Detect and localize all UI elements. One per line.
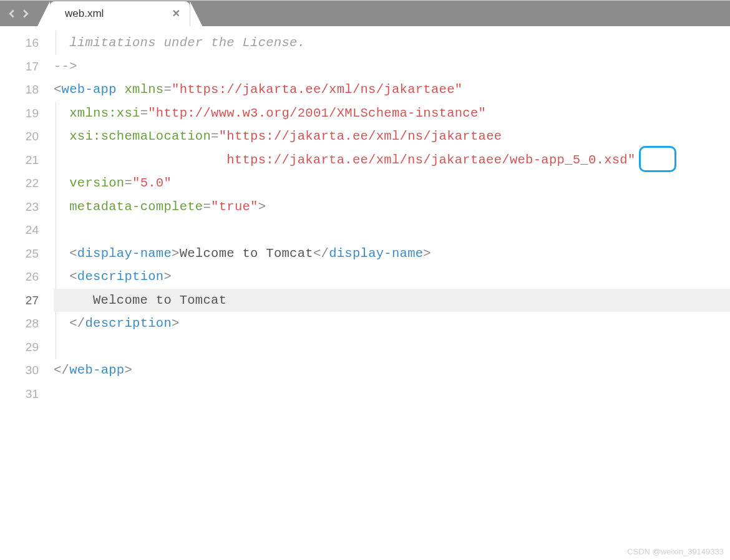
code-line: version="5.0"	[54, 171, 730, 195]
attr-value: .xsd	[596, 153, 628, 167]
line-number: 29	[0, 336, 54, 359]
code-line: <display-name>Welcome to Tomcat</display…	[54, 242, 730, 266]
tag-display-name-close: display-name	[329, 246, 423, 261]
tag-description: description	[77, 269, 164, 284]
code-line: limitations under the License.	[54, 31, 730, 55]
code-line: </web-app>	[54, 359, 730, 382]
display-name-text: Welcome to Tomcat	[180, 246, 313, 261]
line-number: 24	[0, 218, 54, 242]
attr-value-highlighted: _5_0	[565, 153, 596, 167]
attr-schema-location: xsi:schemaLocation	[69, 129, 211, 143]
code-line: metadata-complete="true">	[54, 195, 730, 219]
nav-arrows	[0, 1, 37, 26]
tag-display-name: display-name	[77, 246, 172, 261]
line-number: 21	[0, 148, 54, 172]
code-line	[54, 218, 730, 242]
tag-description-close: description	[85, 316, 172, 331]
code-line-active: Welcome to Tomcat	[54, 289, 730, 312]
comment-text: limitations under the License.	[54, 36, 305, 50]
attr-value: 5.0	[140, 176, 164, 190]
line-number: 23	[0, 195, 54, 219]
editor: 16 17 18 19 20 21 22 23 24 25 26 27 28 2…	[0, 26, 730, 560]
nav-back-icon[interactable]	[5, 7, 19, 21]
tag-web-app: web-app	[62, 82, 117, 97]
tab-title: web.xml	[65, 7, 104, 20]
attr-metadata-complete: metadata-complete	[69, 200, 203, 214]
line-number: 19	[0, 102, 54, 125]
attr-value: https://jakarta.ee/xml/ns/jakartaee/web-…	[54, 153, 565, 167]
code-line: -->	[54, 55, 730, 79]
code-line: <description>	[54, 265, 730, 289]
code-line	[54, 336, 730, 359]
line-number: 31	[0, 382, 54, 406]
tag-web-app-close: web-app	[69, 363, 124, 377]
line-number: 17	[0, 55, 54, 79]
line-number: 25	[0, 242, 54, 266]
code-line: xsi:schemaLocation="https://jakarta.ee/x…	[54, 125, 730, 148]
code-line: https://jakarta.ee/xml/ns/jakartaee/web-…	[54, 148, 730, 172]
line-number: 20	[0, 125, 54, 148]
attr-value: https://jakarta.ee/xml/ns/jakartaee	[180, 82, 455, 97]
line-number: 30	[0, 359, 54, 382]
code-area[interactable]: limitations under the License. --> <web-…	[54, 26, 730, 560]
line-number-gutter: 16 17 18 19 20 21 22 23 24 25 26 27 28 2…	[0, 26, 54, 560]
attr-value: true	[219, 200, 250, 214]
description-text: Welcome to Tomcat	[54, 293, 226, 307]
line-number: 22	[0, 171, 54, 195]
comment-close: -->	[54, 59, 77, 74]
nav-forward-icon[interactable]	[19, 7, 32, 21]
attr-xmlns: xmlns	[124, 82, 163, 97]
line-number: 27	[0, 289, 54, 312]
line-number: 18	[0, 78, 54, 102]
code-line: </description>	[54, 312, 730, 336]
line-number: 16	[0, 31, 54, 55]
attr-version: version	[69, 176, 124, 190]
tab-active[interactable]: web.xml ×	[50, 1, 190, 26]
attr-value: https://jakarta.ee/xml/ns/jakartaee	[226, 129, 502, 143]
line-number: 28	[0, 312, 54, 336]
code-line	[54, 382, 730, 406]
line-number: 26	[0, 265, 54, 289]
attr-xmlns-xsi: xmlns:xsi	[69, 106, 140, 120]
highlight-box	[639, 146, 676, 172]
code-line: <web-app xmlns="https://jakarta.ee/xml/n…	[54, 78, 730, 102]
tab-close-icon[interactable]: ×	[172, 7, 180, 21]
code-line: xmlns:xsi="http://www.w3.org/2001/XMLSch…	[54, 102, 730, 125]
attr-value: http://www.w3.org/2001/XMLSchema-instanc…	[156, 106, 479, 120]
tab-bar: web.xml ×	[0, 0, 730, 26]
watermark: CSDN @weixin_39149333	[627, 547, 724, 556]
